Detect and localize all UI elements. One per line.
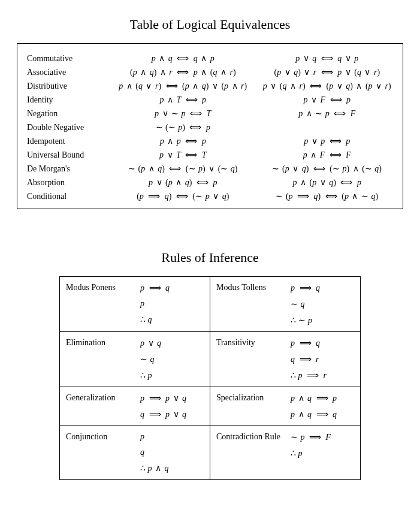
inference-name: Transitivity <box>210 332 291 387</box>
equivalences-title: Table of Logical Equivalences <box>17 17 403 32</box>
equiv-name: Commutative <box>21 54 111 64</box>
inference-line: p ∨ q <box>140 338 206 348</box>
inference-title: Rules of Inference <box>17 250 403 265</box>
equiv-row: Conditional(p ⟹ q) ⟺ (∼ p ∨ q)∼ (p ⟹ q) … <box>21 191 399 201</box>
inference-table: Modus Ponensp ⟹ qp∴ qModus Tollensp ⟹ q∼… <box>59 276 361 480</box>
inference-line: p ⟹ q <box>291 283 356 293</box>
inference-cell: Modus Tollensp ⟹ q∼ q∴ ∼ p <box>210 277 360 331</box>
inference-lines: pq∴ p ∧ q <box>140 426 210 479</box>
inference-cell: Specializationp ∧ q ⟹ pp ∧ q ⟹ q <box>210 387 360 425</box>
inference-name: Modus Tollens <box>210 277 291 331</box>
inference-lines: p ⟹ qq ⟹ r∴ p ⟹ r <box>291 332 360 387</box>
equiv-formula: (p ⟹ q) ⟺ (∼ p ∨ q) <box>111 191 255 201</box>
inference-line: p ∧ q ⟹ p <box>291 393 356 403</box>
equiv-row: Identityp ∧ T ⟺ pp ∨ F ⟺ p <box>21 95 399 105</box>
inference-line: ∴ p ⟹ r <box>291 370 356 381</box>
inference-cell: Generalizationp ⟹ p ∨ qq ⟹ p ∨ q <box>60 387 210 425</box>
inference-lines: p ∧ q ⟹ pp ∧ q ⟹ q <box>291 387 360 425</box>
equiv-name: Absorption <box>21 178 111 188</box>
inference-cell: Transitivityp ⟹ qq ⟹ r∴ p ⟹ r <box>210 332 360 387</box>
equiv-row: De Morgan's∼ (p ∧ q) ⟺ (∼ p) ∨ (∼ q)∼ (p… <box>21 164 399 174</box>
equiv-formula: p ∧ q ⟺ q ∧ p <box>111 53 255 64</box>
inference-cell: Eliminationp ∨ q∼ q∴ p <box>60 332 210 387</box>
equiv-formula: p ∨ (p ∧ q) ⟺ p <box>111 177 255 188</box>
inference-line: p <box>140 299 206 309</box>
inference-line: p ⟹ p ∨ q <box>140 393 206 403</box>
equiv-row: Commutativep ∧ q ⟺ q ∧ pp ∨ q ⟺ q ∨ p <box>21 53 399 64</box>
inference-line: ∼ p ⟹ F <box>291 432 356 442</box>
inference-lines: p ⟹ p ∨ qq ⟹ p ∨ q <box>140 387 210 425</box>
inference-line: ∴ p <box>140 370 206 381</box>
inference-name: Generalization <box>60 387 140 425</box>
equiv-row: Universal Boundp ∨ T ⟺ Tp ∧ F ⟺ F <box>21 150 399 160</box>
equiv-row: Idempotentp ∧ p ⟺ pp ∨ p ⟺ p <box>21 136 399 146</box>
equiv-name: Identity <box>21 95 111 105</box>
equiv-row: Negationp ∨ ∼ p ⟺ Tp ∧ ∼ p ⟺ F <box>21 108 399 119</box>
inference-line: p ⟹ q <box>291 338 356 348</box>
inference-cell: Modus Ponensp ⟹ qp∴ q <box>60 277 210 331</box>
equiv-formula: p ∧ (p ∨ q) ⟺ p <box>255 177 400 188</box>
inference-name: Elimination <box>60 332 140 387</box>
equiv-formula: ∼ (∼ p) ⟺ p <box>111 122 255 132</box>
inference-line: ∼ q <box>140 354 206 364</box>
equiv-name: Universal Bound <box>21 150 111 160</box>
inference-lines: ∼ p ⟹ F∴ p <box>291 426 360 464</box>
equiv-formula: p ∨ q ⟺ q ∨ p <box>255 53 400 64</box>
inference-line: q <box>140 448 206 457</box>
equiv-formula: ∼ (p ∨ q) ⟺ (∼ p) ∧ (∼ q) <box>255 164 400 174</box>
equiv-row: Absorptionp ∨ (p ∧ q) ⟺ pp ∧ (p ∨ q) ⟺ p <box>21 177 399 188</box>
equiv-row: Double Negative∼ (∼ p) ⟺ p <box>21 122 399 132</box>
equiv-name: Negation <box>21 109 111 119</box>
equiv-formula: p ∨ F ⟺ p <box>255 95 400 105</box>
equiv-formula: p ∧ p ⟺ p <box>111 136 255 146</box>
inference-line: q ⟹ p ∨ q <box>140 409 206 420</box>
equiv-formula: p ∨ ∼ p ⟺ T <box>111 108 255 119</box>
inference-name: Contradiction Rule <box>210 426 291 464</box>
equiv-name: Associative <box>21 68 111 77</box>
inference-line: ∼ q <box>291 299 356 309</box>
equiv-formula: p ∨ p ⟺ p <box>255 136 400 146</box>
inference-line: p ⟹ q <box>140 283 206 293</box>
equiv-formula: p ∧ F ⟺ F <box>255 150 400 160</box>
equiv-name: Idempotent <box>21 137 111 146</box>
equiv-name: Double Negative <box>21 123 111 132</box>
inference-line: ∴ p ∧ q <box>140 463 206 473</box>
equiv-formula: p ∧ (q ∨ r) ⟺ (p ∧ q) ∨ (p ∧ r) <box>111 81 255 91</box>
inference-lines: p ∨ q∼ q∴ p <box>140 332 210 387</box>
equiv-row: Associative(p ∧ q) ∧ r ⟺ p ∧ (q ∧ r)(p ∨… <box>21 67 399 77</box>
inference-line: ∴ q <box>140 315 206 325</box>
inference-name: Modus Ponens <box>60 277 140 331</box>
inference-line: q ⟹ r <box>291 354 356 364</box>
inference-name: Specialization <box>210 387 291 425</box>
inference-lines: p ⟹ qp∴ q <box>140 277 210 331</box>
equiv-formula: p ∨ T ⟺ T <box>111 150 255 160</box>
inference-cell: Contradiction Rule∼ p ⟹ F∴ p <box>210 426 360 464</box>
inference-line: ∴ ∼ p <box>291 315 356 325</box>
equiv-formula: ∼ (p ⟹ q) ⟺ (p ∧ ∼ q) <box>255 191 400 201</box>
equivalences-table: Commutativep ∧ q ⟺ q ∧ pp ∨ q ⟺ q ∨ pAss… <box>17 43 403 209</box>
equiv-name: Distributive <box>21 82 111 91</box>
inference-lines: p ⟹ q∼ q∴ ∼ p <box>291 277 360 331</box>
inference-cell: Conjunctionpq∴ p ∧ q <box>60 426 210 479</box>
equiv-formula: (p ∧ q) ∧ r ⟺ p ∧ (q ∧ r) <box>111 67 255 77</box>
equiv-formula: p ∧ T ⟺ p <box>111 95 255 105</box>
equiv-formula: p ∧ ∼ p ⟺ F <box>255 108 400 119</box>
equiv-row: Distributivep ∧ (q ∨ r) ⟺ (p ∧ q) ∨ (p ∧… <box>21 81 399 91</box>
inference-line: ∴ p <box>291 448 356 458</box>
inference-line: p <box>140 432 206 442</box>
equiv-name: De Morgan's <box>21 164 111 174</box>
equiv-name: Conditional <box>21 192 111 201</box>
inference-name: Conjunction <box>60 426 140 479</box>
inference-line: p ∧ q ⟹ q <box>291 409 356 420</box>
equiv-formula: (p ∨ q) ∨ r ⟺ p ∨ (q ∨ r) <box>255 67 400 77</box>
equiv-formula: ∼ (p ∧ q) ⟺ (∼ p) ∨ (∼ q) <box>111 164 255 174</box>
equiv-formula: p ∨ (q ∧ r) ⟺ (p ∨ q) ∧ (p ∨ r) <box>255 81 400 91</box>
